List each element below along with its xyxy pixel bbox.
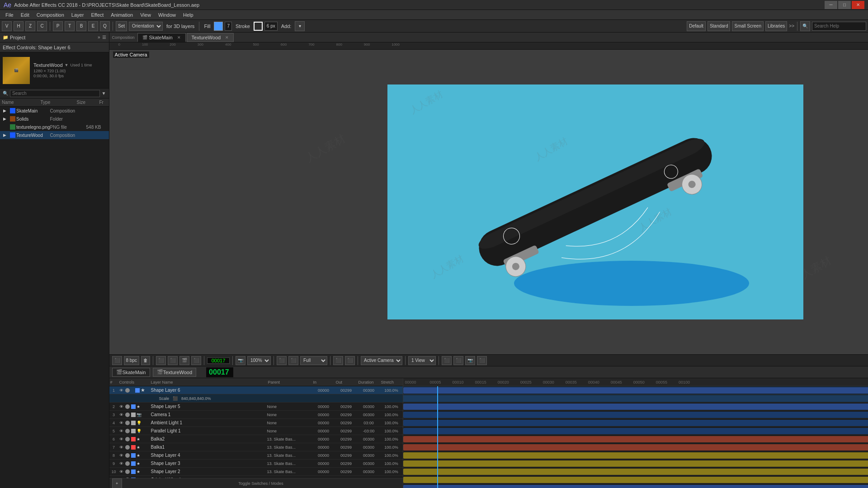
layer-row-1[interactable]: 1 👁 ★ Shape Layer 6 00000 002 bbox=[109, 386, 403, 394]
tl-add-layer[interactable]: + bbox=[112, 479, 122, 488]
tl-tab-skatemain[interactable]: 🎬 SkateMain bbox=[112, 368, 150, 377]
show-snapshot-btn[interactable]: ⬛ bbox=[477, 356, 487, 365]
lr-solo-2[interactable] bbox=[125, 404, 130, 409]
layer-row-5[interactable]: 5 👁 💡 Parallel Light 1 None 00000 00299 … bbox=[109, 427, 403, 435]
lr-eye-7[interactable]: 👁 bbox=[119, 445, 124, 450]
thumbnail-arrow[interactable]: ▼ bbox=[65, 63, 69, 67]
close-button[interactable]: ✕ bbox=[852, 1, 864, 9]
menu-animation[interactable]: Animation bbox=[107, 11, 137, 19]
project-panel-menu[interactable]: ☰ bbox=[102, 35, 106, 40]
tl-tab-texturewood[interactable]: 🎬 TextureWood bbox=[153, 368, 197, 377]
preview-quality-btn[interactable]: ⬛ bbox=[288, 356, 298, 365]
tab-close[interactable]: ✕ bbox=[177, 35, 181, 40]
lr-solo-5[interactable] bbox=[125, 429, 130, 433]
lr-eye-4[interactable]: 👁 bbox=[119, 420, 124, 426]
lr-lock-1[interactable] bbox=[130, 388, 135, 393]
standard-button[interactable]: Standard bbox=[708, 21, 731, 31]
set-button[interactable]: Set bbox=[116, 21, 127, 31]
lr-solo-1[interactable] bbox=[125, 388, 130, 393]
layer-row-7[interactable]: 7 👁 ★ Balka1 13. Skate Bas... 00000 0029… bbox=[109, 443, 403, 451]
search-help-input[interactable] bbox=[812, 22, 866, 31]
stroke-px[interactable]: 6 px bbox=[264, 22, 278, 31]
expand-btn[interactable]: ⬛ bbox=[156, 356, 166, 365]
color-picker-btn[interactable]: ⬛ bbox=[453, 356, 463, 365]
menu-window[interactable]: Window bbox=[155, 11, 179, 19]
menu-edit[interactable]: Edit bbox=[17, 11, 33, 19]
camera-icon[interactable]: 📷 bbox=[236, 356, 245, 365]
toolbar-expand[interactable]: >> bbox=[789, 23, 794, 28]
minimize-button[interactable]: ─ bbox=[825, 1, 837, 9]
lr-eye-5[interactable]: 👁 bbox=[119, 428, 124, 434]
project-item-texturelegno[interactable]: texturelegno.png PNG file 548 KB bbox=[0, 123, 109, 131]
menu-file[interactable]: File bbox=[2, 11, 17, 19]
snapshot-btn[interactable]: 📷 bbox=[465, 356, 475, 365]
view-mode-select[interactable]: 1 View 2 Views 4 Views bbox=[408, 356, 436, 365]
default-button[interactable]: Default bbox=[687, 21, 706, 31]
layer-row-10[interactable]: 10 👁 ★ Shape Layer 2 13. Skate Bas... 00… bbox=[109, 468, 403, 476]
menu-effect[interactable]: Effect bbox=[87, 11, 107, 19]
project-search-input[interactable] bbox=[10, 90, 100, 97]
lr-eye-8[interactable]: 👁 bbox=[119, 453, 124, 458]
layer-row-2[interactable]: 2 👁 ★ Shape Layer 5 None 00000 00299 003… bbox=[109, 403, 403, 411]
project-panel-expand[interactable]: » bbox=[98, 35, 100, 40]
project-item-skatemain[interactable]: ▶ SkateMain Composition bbox=[0, 107, 109, 115]
project-filter-button[interactable]: ▼ bbox=[102, 91, 106, 96]
menu-composition[interactable]: Composition bbox=[33, 11, 68, 19]
region-btn[interactable]: ⬛ bbox=[277, 356, 287, 365]
text-tool[interactable]: T bbox=[65, 21, 75, 31]
project-item-solids[interactable]: ▶ Solids Folder bbox=[0, 115, 109, 123]
libraries-button[interactable]: Libraries bbox=[765, 21, 787, 31]
lr-solo-8[interactable] bbox=[125, 453, 130, 458]
lr-solo-7[interactable] bbox=[125, 445, 130, 450]
eraser-tool[interactable]: E bbox=[88, 21, 98, 31]
lr-eye-10[interactable]: 👁 bbox=[119, 469, 124, 474]
comp-btn[interactable]: ⬛ bbox=[168, 356, 178, 365]
tab-close[interactable]: ✕ bbox=[225, 35, 229, 40]
playhead[interactable] bbox=[437, 386, 438, 488]
quality-select[interactable]: 100% 50% bbox=[247, 356, 271, 365]
alpha-btn[interactable]: ⬛ bbox=[442, 356, 452, 365]
layer-row-4[interactable]: 4 👁 💡 Ambient Light 1 None 00000 00299 0… bbox=[109, 419, 403, 427]
orientation-select[interactable]: Orientation bbox=[129, 22, 163, 31]
camera-mode-select[interactable]: Active Camera bbox=[361, 356, 402, 365]
tab-skatemain[interactable]: 🎬 SkateMain ✕ bbox=[137, 33, 186, 42]
project-item-texturewood[interactable]: ▶ TextureWood Composition bbox=[0, 131, 109, 139]
maximize-button[interactable]: □ bbox=[838, 1, 851, 9]
fill-color[interactable] bbox=[214, 22, 223, 31]
playback-resolution-btn[interactable]: ⬛ bbox=[112, 356, 122, 365]
fill-number[interactable]: 7 bbox=[225, 22, 232, 31]
delete-footage-btn[interactable]: 🗑 bbox=[141, 356, 150, 365]
lr-eye-3[interactable]: 👁 bbox=[119, 412, 124, 418]
layer-row-9[interactable]: 9 👁 ★ Shape Layer 3 13. Skate Bas... 000… bbox=[109, 460, 403, 468]
lr-eye-icon[interactable]: 👁 bbox=[119, 388, 124, 393]
zoom-tool[interactable]: Z bbox=[25, 21, 35, 31]
lr-solo-6[interactable] bbox=[125, 437, 130, 441]
menu-view[interactable]: View bbox=[137, 11, 155, 19]
rulers-btn[interactable]: ⬛ bbox=[345, 356, 355, 365]
stroke-color[interactable] bbox=[254, 22, 263, 31]
lr-solo-9[interactable] bbox=[125, 461, 130, 466]
lr-solo-4[interactable] bbox=[125, 421, 130, 425]
search-icon[interactable]: 🔍 bbox=[800, 21, 810, 31]
layer-row-6[interactable]: 6 👁 ★ Balka2 13. Skate Bas... 00000 0029… bbox=[109, 435, 403, 443]
lr-eye-9[interactable]: 👁 bbox=[119, 461, 124, 466]
shape-tool[interactable]: Q bbox=[100, 21, 110, 31]
layer-row-3[interactable]: 3 👁 📷 Camera 1 None 00000 00299 00300 10… bbox=[109, 411, 403, 419]
lr-solo-3[interactable] bbox=[125, 413, 130, 417]
menu-layer[interactable]: Layer bbox=[68, 11, 88, 19]
add-button[interactable]: ▾ bbox=[295, 21, 305, 31]
lr-eye-2[interactable]: 👁 bbox=[119, 404, 124, 409]
pen-tool[interactable]: P bbox=[53, 21, 63, 31]
tab-texturewood[interactable]: TextureWood ✕ bbox=[187, 33, 234, 42]
quality-full-select[interactable]: Full Half Quarter bbox=[300, 356, 327, 365]
hand-tool[interactable]: H bbox=[14, 21, 24, 31]
grid-btn[interactable]: ⬛ bbox=[333, 356, 343, 365]
camera-rotate-tool[interactable]: C bbox=[37, 21, 47, 31]
layer-row-8[interactable]: 8 👁 ★ Shape Layer 4 13. Skate Bas... 000… bbox=[109, 451, 403, 460]
brush-tool[interactable]: B bbox=[76, 21, 86, 31]
lr-eye-6[interactable]: 👁 bbox=[119, 436, 124, 442]
draft-btn[interactable]: 🎬 bbox=[179, 356, 189, 365]
camera-btn[interactable]: ⬛ bbox=[191, 356, 201, 365]
menu-help[interactable]: Help bbox=[179, 11, 197, 19]
lr-solo-10[interactable] bbox=[125, 469, 130, 474]
